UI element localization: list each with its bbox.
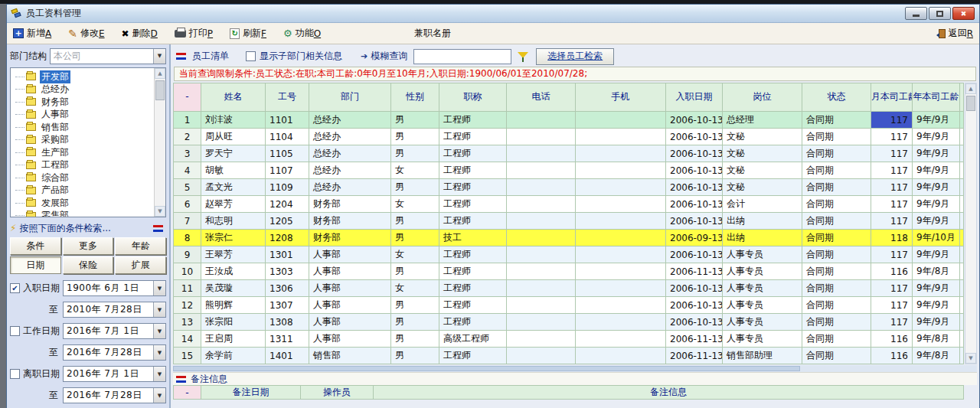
tree-item-开发部[interactable]: 开发部 xyxy=(15,70,165,83)
toolbar-button-edit[interactable]: ✎修改E xyxy=(68,27,104,40)
tree-connector xyxy=(15,165,24,165)
unchecked-checkbox[interactable] xyxy=(10,369,20,379)
column-header-职称[interactable]: 职称 xyxy=(439,83,507,112)
maximize-button[interactable] xyxy=(929,7,951,20)
chevron-down-icon[interactable]: ▼ xyxy=(153,302,165,317)
scroll-down-icon[interactable]: ▼ xyxy=(965,353,976,364)
chevron-down-icon[interactable]: ▼ xyxy=(153,324,165,338)
tree-item-工程部[interactable]: 工程部 xyxy=(15,159,165,172)
table-row[interactable]: 7和志明1205财务部男工程师2006-10-13出纳合同期1179年/9月 xyxy=(174,213,964,230)
table-row[interactable]: 13张宗阳1308人事部男工程师2006-10-13人事专员合同期1179年/9… xyxy=(174,314,964,331)
table-row[interactable]: 14王启周1311人事部男高级工程师2006-11-13人事专员合同期1169年… xyxy=(174,331,964,348)
tree-scrollbar[interactable]: ▲ ▼ xyxy=(154,68,165,217)
scrollbar-thumb[interactable] xyxy=(173,366,800,371)
company-select[interactable]: 本公司 ▼ xyxy=(50,48,166,64)
cell: 1401 xyxy=(266,348,309,364)
column-header-姓名[interactable]: 姓名 xyxy=(201,83,266,112)
column-header-手机[interactable]: 手机 xyxy=(576,83,666,112)
toolbar-button-delete[interactable]: ✖删除D xyxy=(122,27,158,40)
column-header-电话[interactable]: 电话 xyxy=(507,83,576,112)
column-header-岗位[interactable]: 岗位 xyxy=(723,83,802,112)
scroll-down-icon[interactable]: ▼ xyxy=(155,206,165,217)
column-header-入职日期[interactable]: 入职日期 xyxy=(666,83,723,112)
tree-item-财务部[interactable]: 财务部 xyxy=(15,96,165,109)
cell xyxy=(576,230,666,246)
grid-horizontal-scrollbar[interactable] xyxy=(173,365,977,372)
minimize-button[interactable] xyxy=(905,7,927,20)
unchecked-checkbox[interactable] xyxy=(10,326,20,336)
toolbar-button-add[interactable]: +新增A xyxy=(13,27,51,40)
tree-item-销售部[interactable]: 销售部 xyxy=(15,121,165,134)
show-sub-dept-label[interactable]: 显示子部门相关信息 xyxy=(260,50,342,63)
toolbar-button-refresh[interactable]: ↻刷新F xyxy=(230,27,266,40)
tree-item-总经办[interactable]: 总经办 xyxy=(15,83,165,96)
tree-item-采购部[interactable]: 采购部 xyxy=(15,134,165,147)
chevron-down-icon[interactable]: ▼ xyxy=(153,367,165,381)
tree-item-label: 零售部 xyxy=(40,209,70,217)
filter-button-年龄[interactable]: 年龄 xyxy=(115,237,166,255)
table-row[interactable]: 1刘沣波1101总经办男工程师2006-10-13总经理合同期1179年/9月 xyxy=(174,112,964,129)
table-row[interactable]: 2周从旺1104总经办男工程师2006-10-13文秘合同期1179年/9月 xyxy=(174,129,964,145)
chevron-down-icon[interactable]: ▼ xyxy=(153,345,165,360)
table-row[interactable]: 5孟文光1109总经办男工程师2006-10-13文秘合同期1179年/9月 xyxy=(174,179,964,196)
chevron-down-icon[interactable]: ▼ xyxy=(153,388,165,403)
column-header-状态[interactable]: 状态 xyxy=(802,83,871,112)
filter-button-保险[interactable]: 保险 xyxy=(63,256,114,274)
column-header--[interactable]: - xyxy=(174,83,201,112)
folder-icon xyxy=(26,73,36,80)
table-row[interactable]: 6赵翠芳1204财务部女工程师2006-10-13会计合同期1179年/9月 xyxy=(174,196,964,213)
filter-button-更多[interactable]: 更多 xyxy=(63,237,114,255)
toolbar-button-print[interactable]: 打印P xyxy=(175,27,213,40)
scrollbar-thumb[interactable] xyxy=(155,80,165,100)
scroll-up-icon[interactable]: ▲ xyxy=(155,68,165,79)
date-combobox[interactable]: 1900年 6月 1日▼ xyxy=(63,280,166,296)
table-row[interactable]: 3罗天宁1105总经办男工程师2006-10-13文秘合同期1179年/9月 xyxy=(174,145,964,162)
table-row[interactable]: 10王汝成1303人事部男工程师2006-11-13人事专员合同期1169年/8… xyxy=(174,263,964,280)
return-button[interactable]: 返回R xyxy=(939,27,973,40)
cell xyxy=(960,280,964,297)
filter-button-条件[interactable]: 条件 xyxy=(10,237,61,255)
table-row[interactable]: 9王翠芳1301人事部女工程师2006-10-13人事专员合同期1179年/9月 xyxy=(174,246,964,263)
close-button[interactable]: ✖ xyxy=(952,7,975,20)
chevron-down-icon[interactable]: ▼ xyxy=(153,49,165,64)
column-header-filler[interactable] xyxy=(960,83,964,112)
date-combobox[interactable]: 2016年 7月 1日▼ xyxy=(63,366,166,382)
table-row[interactable]: 12熊明辉1307人事部男工程师2006-10-13人事专员合同期1179年/9… xyxy=(174,297,964,314)
show-sub-dept-checkbox[interactable] xyxy=(246,51,256,61)
toolbar-button-func[interactable]: ⚙功能O xyxy=(283,27,321,40)
tree-item-生产部[interactable]: 生产部 xyxy=(15,146,165,159)
scroll-up-icon[interactable]: ▲ xyxy=(965,83,976,94)
filter-button-扩展[interactable]: 扩展 xyxy=(115,256,166,274)
date-combobox[interactable]: 2016年 7月28日▼ xyxy=(63,344,166,361)
column-header-工号[interactable]: 工号 xyxy=(266,83,309,112)
column-header-性别[interactable]: 性别 xyxy=(391,83,439,112)
tree-item-零售部[interactable]: 零售部 xyxy=(15,210,165,218)
grid-vertical-scrollbar[interactable]: ▲ ▼ xyxy=(965,83,977,364)
fuzzy-query-input[interactable] xyxy=(413,49,511,64)
column-header-月本司工龄[interactable]: 月本司工龄 xyxy=(871,83,913,112)
date-combobox[interactable]: 2016年 7月28日▼ xyxy=(63,387,166,403)
table-row[interactable]: 15余学前1401销售部男工程师2006-11-13销售部助理合同期1169年/… xyxy=(174,348,964,364)
tree-item-发展部[interactable]: 发展部 xyxy=(15,197,165,210)
tree-item-产品部[interactable]: 产品部 xyxy=(15,184,165,197)
select-employee-search-button[interactable]: 选择员工检索 xyxy=(536,48,614,65)
table-row[interactable]: 8张宗仁1208财务部男技工2006-09-13出纳合同期1189年/10月 xyxy=(174,230,964,246)
checked-checkbox[interactable]: ✔ xyxy=(10,283,20,293)
date-combobox[interactable]: 2010年 7月28日▼ xyxy=(63,302,166,318)
notes-column-header-备注信息: 备注信息 xyxy=(374,386,964,400)
date-combobox[interactable]: 2016年 7月 1日▼ xyxy=(63,323,166,339)
scrollbar-thumb[interactable] xyxy=(966,96,975,111)
filter-button-日期[interactable]: 日期 xyxy=(10,256,61,274)
column-header-部门[interactable]: 部门 xyxy=(309,83,391,112)
column-header-年本司工龄[interactable]: 年本司工龄 xyxy=(913,83,960,112)
cell: 男 xyxy=(391,297,439,314)
table-row[interactable]: 4胡敏1107总经办女工程师2006-10-13文秘合同期1179年/9月 xyxy=(174,162,964,179)
filter-funnel-icon[interactable] xyxy=(518,51,528,62)
table-row[interactable]: 11吴茂璇1306人事部女工程师2006-10-13人事专员合同期1179年/9… xyxy=(174,280,964,297)
part-time-roster-label[interactable]: 兼职名册 xyxy=(414,27,451,40)
chevron-down-icon[interactable]: ▼ xyxy=(153,281,165,295)
cell: 6 xyxy=(174,196,201,213)
tree-item-综合部[interactable]: 综合部 xyxy=(15,171,165,184)
tree-item-人事部[interactable]: 人事部 xyxy=(15,109,165,122)
employee-table[interactable]: -姓名工号部门性别职称电话手机入职日期岗位状态月本司工龄年本司工龄1刘沣波110… xyxy=(173,83,964,364)
